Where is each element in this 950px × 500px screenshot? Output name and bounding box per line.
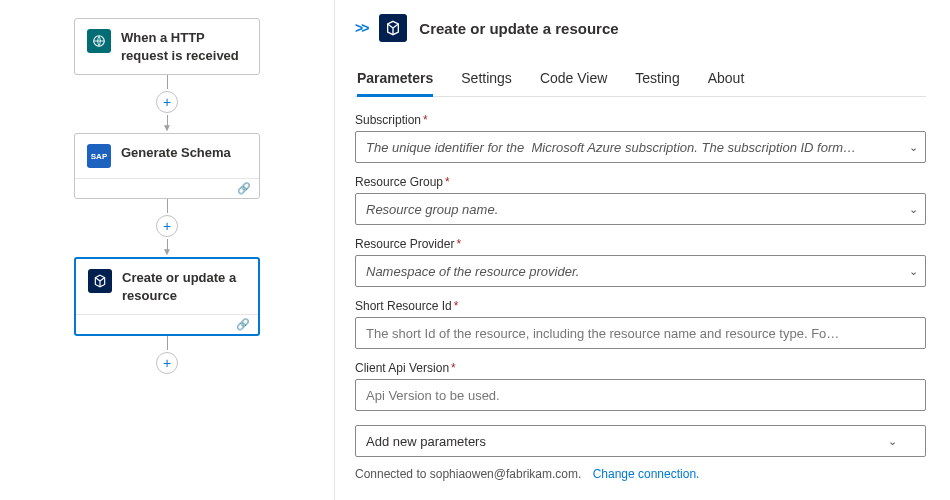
link-icon: 🔗 xyxy=(237,182,251,195)
add-step-button[interactable]: + xyxy=(156,352,178,374)
connector: + ▼ xyxy=(74,75,260,133)
http-request-icon xyxy=(87,29,111,53)
chevron-down-icon: ⌄ xyxy=(888,435,897,448)
add-params-label: Add new parameters xyxy=(366,434,486,449)
node-title: Create or update a resource xyxy=(122,269,246,304)
workflow-node-create-update-resource[interactable]: Create or update a resource 🔗 xyxy=(74,257,260,336)
collapse-icon[interactable]: >> xyxy=(355,20,367,36)
resource-group-select[interactable] xyxy=(355,193,926,225)
node-title: Generate Schema xyxy=(121,144,231,162)
details-header: >> Create or update a resource xyxy=(355,14,926,42)
field-label: Short Resource Id* xyxy=(355,299,926,313)
field-resource-group: Resource Group* ⌄ xyxy=(355,175,926,225)
field-subscription: Subscription* ⌄ xyxy=(355,113,926,163)
add-new-parameters-select[interactable]: Add new parameters ⌄ xyxy=(355,425,926,457)
field-short-resource-id: Short Resource Id* xyxy=(355,299,926,349)
node-footer: 🔗 xyxy=(75,178,259,198)
field-label: Resource Provider* xyxy=(355,237,926,251)
tab-code-view[interactable]: Code View xyxy=(540,62,607,97)
connection-email: sophiaowen@fabrikam.com. xyxy=(430,467,582,481)
tab-about[interactable]: About xyxy=(708,62,745,97)
connector: + ▼ xyxy=(74,199,260,257)
connector: + xyxy=(74,336,260,376)
change-connection-link[interactable]: Change connection. xyxy=(593,467,700,481)
add-step-button[interactable]: + xyxy=(156,91,178,113)
field-label: Client Api Version* xyxy=(355,361,926,375)
add-step-button[interactable]: + xyxy=(156,215,178,237)
tab-parameters[interactable]: Parameters xyxy=(357,62,433,97)
short-resource-id-input[interactable] xyxy=(355,317,926,349)
cube-icon xyxy=(379,14,407,42)
link-icon: 🔗 xyxy=(236,318,250,331)
details-title: Create or update a resource xyxy=(419,20,618,37)
tab-settings[interactable]: Settings xyxy=(461,62,512,97)
workflow-node-generate-schema[interactable]: SAP Generate Schema 🔗 xyxy=(74,133,260,199)
node-footer: 🔗 xyxy=(76,314,258,334)
workflow-node-http-trigger[interactable]: When a HTTP request is received xyxy=(74,18,260,75)
cube-icon xyxy=(88,269,112,293)
subscription-select[interactable] xyxy=(355,131,926,163)
field-label: Subscription* xyxy=(355,113,926,127)
resource-provider-select[interactable] xyxy=(355,255,926,287)
details-panel: >> Create or update a resource Parameter… xyxy=(335,0,950,500)
node-title: When a HTTP request is received xyxy=(121,29,247,64)
field-resource-provider: Resource Provider* ⌄ xyxy=(355,237,926,287)
field-label: Resource Group* xyxy=(355,175,926,189)
tabs: Parameters Settings Code View Testing Ab… xyxy=(355,62,926,97)
sap-icon: SAP xyxy=(87,144,111,168)
connection-footer: Connected to sophiaowen@fabrikam.com. Ch… xyxy=(355,467,926,481)
client-api-version-input[interactable] xyxy=(355,379,926,411)
field-client-api-version: Client Api Version* xyxy=(355,361,926,411)
workflow-designer: When a HTTP request is received + ▼ SAP … xyxy=(0,0,335,500)
arrow-icon: ▼ xyxy=(162,250,172,254)
tab-testing[interactable]: Testing xyxy=(635,62,679,97)
arrow-icon: ▼ xyxy=(162,126,172,130)
